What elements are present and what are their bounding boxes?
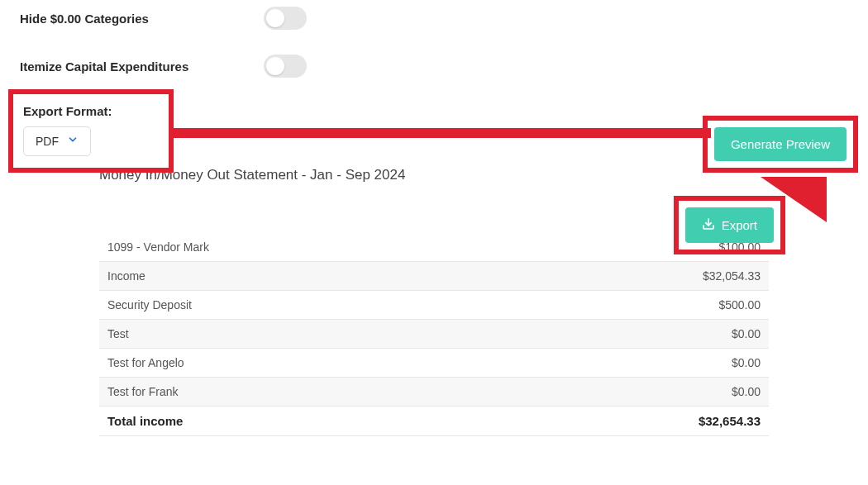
row-amount: $500.00 [501,291,769,320]
hide-zero-categories-label: Hide $0.00 Categories [20,12,264,26]
row-label: 1099 - Vendor Mark [99,233,501,262]
table-row: Security Deposit$500.00 [99,291,769,320]
export-button-label: Export [722,218,757,232]
export-format-select[interactable]: PDF [23,126,91,156]
income-table: 1099 - Vendor Mark$100.00Income$32,054.3… [99,233,769,436]
table-row: Test$0.00 [99,320,769,349]
hide-zero-categories-toggle[interactable] [264,7,307,30]
itemize-capex-label: Itemize Capital Expenditures [20,59,264,74]
table-row: Test for Angelo$0.00 [99,349,769,378]
generate-preview-button[interactable]: Generate Preview [714,127,847,161]
chevron-down-icon [67,134,79,149]
table-row: 1099 - Vendor Mark$100.00 [99,233,769,262]
annotation-export-button-box: Export [674,196,785,254]
total-row: Total income$32,654.33 [99,407,769,436]
annotation-export-format-box: Export Format: PDF [8,89,174,173]
download-icon [702,217,715,233]
export-format-value: PDF [36,135,59,148]
row-amount: $32,054.33 [501,262,769,291]
row-label: Test [99,320,501,349]
row-amount: $0.00 [501,349,769,378]
row-label: Test for Frank [99,378,501,407]
row-label: Income [99,262,501,291]
export-button[interactable]: Export [685,207,774,243]
row-label: Security Deposit [99,291,501,320]
table-row: Test for Frank$0.00 [99,378,769,407]
annotation-connector-line [174,128,711,138]
row-label: Test for Angelo [99,349,501,378]
annotation-generate-preview-box: Generate Preview [703,116,858,173]
table-row: Income$32,054.33 [99,262,769,291]
total-amount: $32,654.33 [501,407,769,436]
total-label: Total income [99,407,501,436]
itemize-capex-toggle[interactable] [264,55,307,78]
row-amount: $0.00 [501,378,769,407]
row-amount: $0.00 [501,320,769,349]
export-format-label: Export Format: [23,104,157,118]
